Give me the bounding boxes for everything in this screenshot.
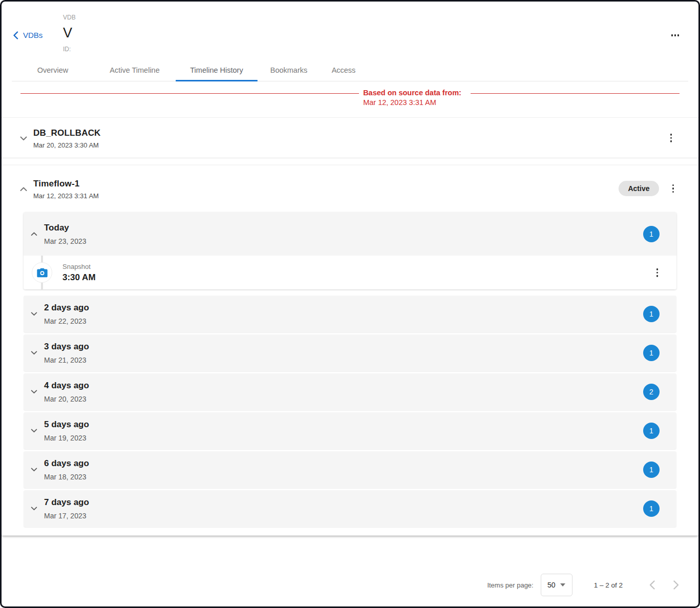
rollback-panel-title: DB_ROLLBACK [33, 128, 101, 138]
paginator: Items per page: 50 1 – 2 of 2 [2, 571, 698, 599]
timeflow-panel-db-rollback[interactable]: DB_ROLLBACK Mar 20, 2023 3:30 AM [2, 117, 698, 158]
ellipsis-icon [671, 34, 673, 36]
day-group-title: Today [44, 223, 87, 233]
entity-id-label: ID: [63, 46, 76, 53]
day-group-7-days-ago[interactable]: 7 days ago Mar 17, 2023 1 [24, 490, 676, 527]
snapshot-count-badge: 2 [643, 384, 660, 400]
entity-type-label: VDB [63, 14, 76, 21]
page-range-label: 1 – 2 of 2 [594, 581, 623, 589]
notice-divider-left [20, 93, 359, 94]
back-link-vdbs[interactable]: VDBs [13, 31, 43, 39]
more-actions-button[interactable] [669, 32, 682, 38]
snapshot-type-label: Snapshot [62, 263, 96, 270]
snapshot-marker [32, 262, 52, 283]
next-page-button[interactable] [670, 577, 682, 593]
notice-timestamp: Mar 12, 2023 3:31 AM [363, 98, 461, 108]
day-group-date: Mar 17, 2023 [44, 512, 89, 520]
day-group-date: Mar 23, 2023 [44, 237, 87, 245]
chevron-down-icon[interactable] [30, 390, 37, 394]
tab-active-timeline[interactable]: Active Timeline [94, 59, 176, 81]
day-group-title: 3 days ago [44, 342, 89, 352]
page-header: VDBs VDB V ID: [2, 2, 698, 59]
timeflow-panel-header[interactable]: Timeflow-1 Mar 12, 2023 3:31 AM Active [2, 165, 698, 211]
day-group-date: Mar 18, 2023 [44, 473, 89, 481]
snapshot-count-badge: 1 [643, 226, 660, 242]
day-group-2-days-ago[interactable]: 2 days ago Mar 22, 2023 1 [24, 296, 676, 332]
timeflow-panel-timestamp: Mar 12, 2023 3:31 AM [33, 192, 99, 200]
back-link-label: VDBs [23, 31, 43, 39]
day-group-5-days-ago[interactable]: 5 days ago Mar 19, 2023 1 [24, 412, 676, 449]
kebab-icon [656, 268, 659, 270]
notice-text: Based on source data from: Mar 12, 2023 … [363, 88, 461, 108]
notice-divider-right [471, 93, 680, 94]
dropdown-arrow-icon [560, 583, 565, 586]
chevron-down-icon[interactable] [30, 429, 37, 433]
day-group-title: 4 days ago [44, 381, 89, 391]
items-per-page-label: Items per page: [487, 581, 533, 589]
page-size-select[interactable]: 50 [541, 574, 572, 596]
page-title: V [63, 25, 76, 41]
day-group-title: 5 days ago [44, 420, 89, 430]
chevron-up-icon[interactable] [20, 187, 27, 192]
timeflow-panel-timeflow-1: Timeflow-1 Mar 12, 2023 3:31 AM Active [2, 165, 698, 536]
snapshot-row[interactable]: Snapshot 3:30 AM [24, 256, 676, 289]
title-block: VDB V ID: [63, 14, 76, 53]
timeflow-panel-title: Timeflow-1 [33, 179, 99, 189]
snapshot-count-badge: 1 [643, 500, 660, 517]
day-group-title: 6 days ago [44, 458, 89, 469]
active-status-badge: Active [619, 181, 659, 196]
snapshot-count-badge: 1 [643, 306, 660, 322]
day-group-date: Mar 19, 2023 [44, 434, 89, 442]
tab-bookmarks[interactable]: Bookmarks [258, 59, 320, 81]
tab-bar: Overview Active Timeline Timeline Histor… [12, 59, 688, 81]
kebab-icon [672, 184, 674, 186]
timeline-groups: Today Mar 23, 2023 1 S [2, 211, 698, 527]
snapshot-count-badge: 1 [643, 423, 660, 439]
day-group-3-days-ago[interactable]: 3 days ago Mar 21, 2023 1 [24, 334, 676, 371]
snapshot-time: 3:30 AM [62, 272, 96, 283]
chevron-right-icon [673, 580, 679, 590]
tab-access[interactable]: Access [320, 59, 367, 81]
app-window: VDBs VDB V ID: Overview Active Timeline … [0, 0, 700, 608]
day-group-title: 7 days ago [44, 497, 89, 508]
chevron-down-icon[interactable] [30, 507, 37, 511]
tab-overview[interactable]: Overview [12, 59, 94, 81]
snapshot-count-badge: 1 [643, 345, 660, 361]
chevron-up-icon[interactable] [30, 232, 37, 236]
day-group-today: Today Mar 23, 2023 1 S [24, 212, 676, 289]
snapshot-count-badge: 1 [643, 462, 660, 478]
timeflow-kebab-menu-button[interactable] [670, 182, 676, 195]
rollback-kebab-menu-button[interactable] [668, 132, 674, 144]
active-tab-indicator [176, 80, 258, 81]
chevron-down-icon[interactable] [20, 136, 27, 141]
chevron-left-icon [649, 580, 655, 590]
day-group-title: 2 days ago [44, 303, 89, 313]
chevron-left-icon [13, 31, 18, 39]
day-group-today-header[interactable]: Today Mar 23, 2023 1 [24, 212, 676, 256]
day-group-4-days-ago[interactable]: 4 days ago Mar 20, 2023 2 [24, 373, 676, 410]
tab-timeline-history[interactable]: Timeline History [176, 59, 258, 81]
kebab-icon [670, 134, 672, 136]
camera-icon [37, 268, 48, 278]
chevron-down-icon[interactable] [30, 312, 37, 316]
day-group-date: Mar 20, 2023 [44, 395, 89, 403]
day-group-date: Mar 21, 2023 [44, 356, 89, 364]
page-size-value: 50 [547, 581, 556, 589]
chevron-down-icon[interactable] [30, 468, 37, 472]
day-group-6-days-ago[interactable]: 6 days ago Mar 18, 2023 1 [24, 451, 676, 488]
chevron-down-icon[interactable] [30, 351, 37, 355]
day-group-date: Mar 22, 2023 [44, 317, 89, 325]
snapshot-kebab-menu-button[interactable] [654, 266, 661, 279]
rollback-panel-timestamp: Mar 20, 2023 3:30 AM [33, 141, 101, 149]
previous-page-button[interactable] [646, 577, 658, 593]
source-data-notice: Based on source data from: Mar 12, 2023 … [20, 88, 680, 108]
notice-heading: Based on source data from: [363, 88, 461, 98]
